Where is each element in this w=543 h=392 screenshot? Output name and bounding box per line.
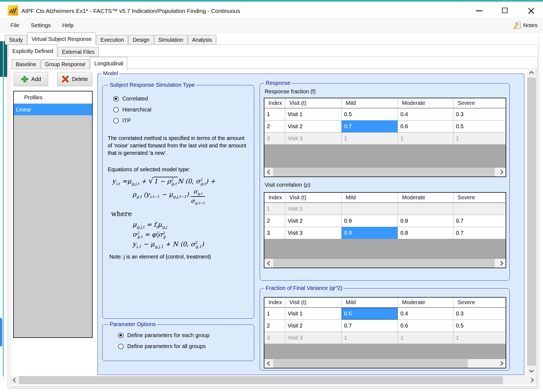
table-hscrollbar[interactable] <box>264 168 506 177</box>
tab-group-response[interactable]: Group Response <box>41 59 90 69</box>
tab-design[interactable]: Design <box>129 35 154 45</box>
table-header-row: IndexVisit (t)MildModerateSevere <box>264 193 506 203</box>
radio-option-define-parameters-for-all-groups[interactable]: Define parameters for all groups <box>118 343 209 349</box>
grid-cell[interactable]: 0.4 <box>398 308 453 320</box>
scroll-right-button[interactable] <box>497 259 506 268</box>
add-button[interactable]: Add <box>14 72 48 86</box>
scroll-right-button[interactable] <box>497 168 506 177</box>
radio-define-parameters-for-all-groups-icon[interactable] <box>118 344 124 349</box>
column-header-index: Index <box>264 193 285 203</box>
scroll-track[interactable] <box>273 168 497 177</box>
grid-cell[interactable]: 1 <box>264 108 285 121</box>
radio-hierarchical-icon[interactable] <box>113 107 119 113</box>
notes-button[interactable]: Notes <box>513 19 538 31</box>
scroll-left-button[interactable] <box>264 259 273 268</box>
tab-external-files[interactable]: External Files <box>58 47 98 57</box>
radio-itp-icon[interactable] <box>113 118 119 124</box>
scroll-track[interactable] <box>19 376 527 384</box>
grid-cell[interactable]: Visit 3 <box>285 227 342 239</box>
grid-cell: Visit 1 <box>285 203 342 215</box>
radio-option-hierarchical[interactable]: Hierarchical <box>113 107 151 113</box>
radio-correlated-icon[interactable] <box>113 96 119 102</box>
grid-cell[interactable]: 0.5 <box>342 308 398 320</box>
grid-cell[interactable]: 1 <box>264 308 285 320</box>
tab-longitudinal[interactable]: Longitudinal <box>90 57 127 69</box>
delete-button[interactable]: Delete <box>57 72 92 86</box>
scroll-up-button[interactable] <box>527 68 536 78</box>
grid-cell[interactable]: 0.8 <box>398 215 453 227</box>
grid-cell[interactable]: Visit 1 <box>285 108 342 121</box>
menu-file[interactable]: File <box>10 22 19 29</box>
radio-option-itp[interactable]: ITP <box>113 117 151 124</box>
scroll-thumb[interactable] <box>527 78 536 366</box>
grid-cell[interactable]: 0.9 <box>342 215 398 227</box>
grid-cell[interactable]: 0.6 <box>398 121 453 133</box>
main-vscrollbar[interactable] <box>527 68 536 376</box>
grid-cell: 1 <box>264 203 285 215</box>
grid-cell[interactable]: 0.5 <box>342 108 398 121</box>
tab-explicitly-defined[interactable]: Explicitly Defined <box>8 44 57 57</box>
grid-cell[interactable]: 0.4 <box>398 108 453 121</box>
scroll-right-button[interactable] <box>527 376 536 384</box>
tab-simulation[interactable]: Simulation <box>154 35 187 45</box>
table-empty-area <box>264 344 506 359</box>
radio-option-define-parameters-for-each-group[interactable]: Define parameters for each group <box>118 332 209 338</box>
scroll-thumb[interactable] <box>273 259 495 268</box>
scroll-left-button[interactable] <box>264 168 273 177</box>
tab-analysis[interactable]: Analysis <box>188 35 216 45</box>
notes-icon <box>513 21 522 30</box>
radio-define-parameters-for-each-group-icon[interactable] <box>118 333 124 338</box>
scroll-track[interactable] <box>273 259 497 268</box>
grid-cell[interactable]: 0.3 <box>453 308 505 320</box>
tab-execution[interactable]: Execution <box>96 35 128 45</box>
column-header-index: Index <box>264 98 285 108</box>
grid-cell[interactable]: Visit 2 <box>285 215 342 227</box>
grid-cell[interactable]: 0.9 <box>342 227 398 239</box>
grid-cell[interactable]: 0.7 <box>453 215 505 227</box>
table-row: 1Visit 1 <box>264 203 506 215</box>
chevron-up-icon <box>529 71 534 75</box>
scroll-left-button[interactable] <box>264 359 273 368</box>
chevron-right-icon <box>498 261 503 266</box>
grid-cell[interactable]: 0.7 <box>342 121 398 133</box>
scroll-left-button[interactable] <box>10 376 19 384</box>
final-variance-table: IndexVisit (t)MildModerateSevere1Visit 1… <box>264 297 506 368</box>
window-border-line <box>8 386 538 386</box>
table-hscrollbar[interactable] <box>264 359 506 368</box>
grid-cell[interactable]: 0.6 <box>398 320 453 332</box>
grid-cell[interactable]: 2 <box>264 215 285 227</box>
grid-cell[interactable]: 3 <box>264 227 285 239</box>
grid-cell[interactable]: 0.7 <box>453 227 505 239</box>
profile-item-linear[interactable]: Linear <box>14 104 92 115</box>
scroll-thumb[interactable] <box>273 359 468 368</box>
minimize-button[interactable] <box>473 5 485 16</box>
grid-cell[interactable]: 2 <box>264 121 285 133</box>
grid-cell: 1 <box>453 332 505 344</box>
main-hscrollbar[interactable] <box>10 376 536 384</box>
scroll-thumb[interactable] <box>273 168 495 177</box>
menu-settings[interactable]: Settings <box>31 22 51 29</box>
tab-baseline[interactable]: Baseline <box>12 59 40 69</box>
scroll-down-button[interactable] <box>527 366 536 376</box>
grid-cell[interactable]: 0.3 <box>453 108 505 121</box>
grid-cell[interactable]: Visit 1 <box>285 308 342 320</box>
table-hscrollbar[interactable] <box>264 259 506 268</box>
scroll-track[interactable] <box>527 78 536 366</box>
close-button[interactable] <box>525 5 537 16</box>
radio-option-correlated[interactable]: Correlated <box>113 96 151 102</box>
grid-cell[interactable]: 0.5 <box>453 320 505 332</box>
scroll-right-button[interactable] <box>497 359 506 368</box>
grid-cell[interactable]: 0.8 <box>398 227 453 239</box>
tab-virtual-subject-response[interactable]: Virtual Subject Response <box>27 32 96 45</box>
equations-block: yi,t =μg,j,t + √1 − ρ2g,tN (0, σ2g,t) + … <box>109 176 251 260</box>
maximize-button[interactable] <box>499 5 511 16</box>
grid-cell[interactable]: Visit 2 <box>285 121 342 133</box>
grid-cell[interactable]: 0.7 <box>342 320 398 332</box>
tab-study[interactable]: Study <box>5 35 27 45</box>
grid-cell[interactable]: 2 <box>264 320 285 332</box>
scroll-thumb[interactable] <box>19 376 503 384</box>
grid-cell[interactable]: Visit 2 <box>285 320 342 332</box>
grid-cell[interactable]: 0.5 <box>453 121 505 133</box>
scroll-track[interactable] <box>273 359 497 368</box>
menu-help[interactable]: Help <box>62 22 74 29</box>
